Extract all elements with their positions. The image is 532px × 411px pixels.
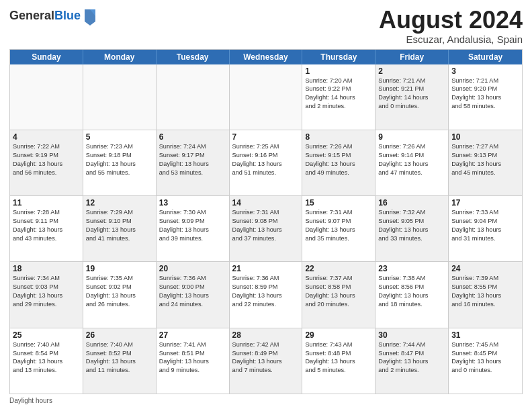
day-number: 3 (451, 66, 519, 76)
cell-info: Sunrise: 7:21 AM Sunset: 9:21 PM Dayligh… (378, 77, 445, 111)
cell-info: Sunrise: 7:26 AM Sunset: 9:14 PM Dayligh… (378, 142, 445, 177)
day-number: 21 (232, 264, 300, 273)
header: GeneralBlue August 2024 Escuzar, Andalus… (9, 7, 523, 45)
cal-cell: 24Sunrise: 7:39 AM Sunset: 8:55 PM Dayli… (449, 262, 522, 327)
cal-cell (157, 64, 230, 130)
cal-row: 4Sunrise: 7:22 AM Sunset: 9:19 PM Daylig… (10, 130, 522, 196)
day-number: 4 (13, 132, 80, 142)
calendar-header-row: SundayMondayTuesdayWednesdayThursdayFrid… (10, 50, 522, 64)
cal-cell: 9Sunrise: 7:26 AM Sunset: 9:14 PM Daylig… (375, 130, 449, 195)
cal-cell: 14Sunrise: 7:31 AM Sunset: 9:08 PM Dayli… (230, 196, 303, 261)
cell-info: Sunrise: 7:36 AM Sunset: 9:00 PM Dayligh… (159, 274, 226, 309)
cell-info: Sunrise: 7:32 AM Sunset: 9:05 PM Dayligh… (378, 208, 445, 243)
cell-info: Sunrise: 7:40 AM Sunset: 8:52 PM Dayligh… (86, 340, 153, 375)
day-number: 31 (451, 330, 519, 340)
day-number: 26 (86, 330, 153, 340)
title-block: August 2024 Escuzar, Andalusia, Spain (379, 7, 523, 45)
cal-cell: 6Sunrise: 7:24 AM Sunset: 9:17 PM Daylig… (157, 130, 230, 195)
day-number: 11 (13, 198, 80, 208)
day-number: 1 (305, 66, 372, 76)
day-number: 12 (86, 198, 153, 208)
cal-cell: 11Sunrise: 7:28 AM Sunset: 9:11 PM Dayli… (10, 196, 83, 261)
cal-cell: 23Sunrise: 7:38 AM Sunset: 8:56 PM Dayli… (375, 262, 449, 327)
cal-cell: 26Sunrise: 7:40 AM Sunset: 8:52 PM Dayli… (83, 328, 157, 394)
cell-info: Sunrise: 7:23 AM Sunset: 9:18 PM Dayligh… (86, 142, 153, 177)
day-number: 8 (305, 132, 372, 142)
cal-header-cell: Thursday (302, 50, 375, 64)
cell-info: Sunrise: 7:36 AM Sunset: 8:59 PM Dayligh… (232, 274, 300, 309)
cell-info: Sunrise: 7:34 AM Sunset: 9:03 PM Dayligh… (13, 274, 80, 309)
cal-cell: 21Sunrise: 7:36 AM Sunset: 8:59 PM Dayli… (230, 262, 303, 327)
cal-cell: 15Sunrise: 7:31 AM Sunset: 9:07 PM Dayli… (302, 196, 375, 261)
cell-info: Sunrise: 7:35 AM Sunset: 9:02 PM Dayligh… (86, 274, 153, 309)
day-number: 10 (451, 132, 519, 142)
cell-info: Sunrise: 7:26 AM Sunset: 9:15 PM Dayligh… (305, 142, 372, 177)
calendar-body: 1Sunrise: 7:20 AM Sunset: 9:22 PM Daylig… (10, 64, 522, 394)
day-number: 28 (232, 330, 300, 340)
cell-info: Sunrise: 7:37 AM Sunset: 8:58 PM Dayligh… (305, 274, 372, 309)
day-number: 7 (232, 132, 300, 142)
cal-cell: 7Sunrise: 7:25 AM Sunset: 9:16 PM Daylig… (230, 130, 303, 195)
day-number: 24 (451, 264, 519, 273)
day-number: 18 (13, 264, 80, 273)
cal-cell: 19Sunrise: 7:35 AM Sunset: 9:02 PM Dayli… (83, 262, 157, 327)
cal-cell: 25Sunrise: 7:40 AM Sunset: 8:54 PM Dayli… (10, 328, 83, 394)
cell-info: Sunrise: 7:33 AM Sunset: 9:04 PM Dayligh… (451, 208, 519, 243)
cal-cell: 16Sunrise: 7:32 AM Sunset: 9:05 PM Dayli… (375, 196, 449, 261)
cell-info: Sunrise: 7:24 AM Sunset: 9:17 PM Dayligh… (159, 142, 226, 177)
cal-row: 1Sunrise: 7:20 AM Sunset: 9:22 PM Daylig… (10, 64, 522, 130)
day-number: 15 (305, 198, 372, 208)
page: GeneralBlue August 2024 Escuzar, Andalus… (0, 0, 532, 411)
cell-info: Sunrise: 7:41 AM Sunset: 8:51 PM Dayligh… (159, 340, 226, 375)
cell-info: Sunrise: 7:27 AM Sunset: 9:13 PM Dayligh… (451, 142, 519, 177)
cell-info: Sunrise: 7:20 AM Sunset: 9:22 PM Dayligh… (305, 77, 372, 111)
cal-row: 11Sunrise: 7:28 AM Sunset: 9:11 PM Dayli… (10, 196, 522, 262)
cell-info: Sunrise: 7:42 AM Sunset: 8:49 PM Dayligh… (232, 340, 300, 375)
day-number: 6 (159, 132, 226, 142)
logo: GeneralBlue (9, 7, 98, 26)
cal-header-cell: Wednesday (230, 50, 303, 64)
day-number: 9 (378, 132, 445, 142)
day-number: 27 (159, 330, 226, 340)
day-number: 5 (86, 132, 153, 142)
day-number: 19 (86, 264, 153, 273)
cal-header-cell: Monday (83, 50, 157, 64)
cal-header-cell: Tuesday (157, 50, 230, 64)
cal-cell: 18Sunrise: 7:34 AM Sunset: 9:03 PM Dayli… (10, 262, 83, 327)
cal-cell (10, 64, 83, 130)
day-number: 29 (305, 330, 372, 340)
cal-row: 25Sunrise: 7:40 AM Sunset: 8:54 PM Dayli… (10, 328, 522, 394)
cal-cell: 13Sunrise: 7:30 AM Sunset: 9:09 PM Dayli… (157, 196, 230, 261)
main-title: August 2024 (379, 7, 523, 34)
cal-cell: 2Sunrise: 7:21 AM Sunset: 9:21 PM Daylig… (375, 64, 449, 130)
cal-cell: 28Sunrise: 7:42 AM Sunset: 8:49 PM Dayli… (230, 328, 303, 394)
cal-header-cell: Friday (375, 50, 449, 64)
day-number: 16 (378, 198, 445, 208)
subtitle: Escuzar, Andalusia, Spain (379, 34, 523, 45)
cell-info: Sunrise: 7:39 AM Sunset: 8:55 PM Dayligh… (451, 274, 519, 309)
cal-row: 18Sunrise: 7:34 AM Sunset: 9:03 PM Dayli… (10, 262, 522, 328)
cell-info: Sunrise: 7:43 AM Sunset: 8:48 PM Dayligh… (305, 340, 372, 375)
cell-info: Sunrise: 7:31 AM Sunset: 9:07 PM Dayligh… (305, 208, 372, 243)
cal-cell: 30Sunrise: 7:44 AM Sunset: 8:47 PM Dayli… (375, 328, 449, 394)
cell-info: Sunrise: 7:30 AM Sunset: 9:09 PM Dayligh… (159, 208, 226, 243)
cal-cell: 4Sunrise: 7:22 AM Sunset: 9:19 PM Daylig… (10, 130, 83, 195)
cell-info: Sunrise: 7:25 AM Sunset: 9:16 PM Dayligh… (232, 142, 300, 177)
day-number: 13 (159, 198, 226, 208)
cell-info: Sunrise: 7:29 AM Sunset: 9:10 PM Dayligh… (86, 208, 153, 243)
footer-note: Daylight hours (9, 397, 523, 404)
cell-info: Sunrise: 7:45 AM Sunset: 8:45 PM Dayligh… (451, 340, 519, 375)
cal-cell: 1Sunrise: 7:20 AM Sunset: 9:22 PM Daylig… (302, 64, 375, 130)
cal-cell: 10Sunrise: 7:27 AM Sunset: 9:13 PM Dayli… (449, 130, 522, 195)
day-number: 2 (378, 66, 445, 76)
cal-cell: 27Sunrise: 7:41 AM Sunset: 8:51 PM Dayli… (157, 328, 230, 394)
day-number: 25 (13, 330, 80, 340)
day-number: 23 (378, 264, 445, 273)
cal-cell: 29Sunrise: 7:43 AM Sunset: 8:48 PM Dayli… (302, 328, 375, 394)
day-number: 17 (451, 198, 519, 208)
cell-info: Sunrise: 7:31 AM Sunset: 9:08 PM Dayligh… (232, 208, 300, 243)
cal-cell: 8Sunrise: 7:26 AM Sunset: 9:15 PM Daylig… (302, 130, 375, 195)
logo-icon (82, 7, 98, 26)
cal-cell: 12Sunrise: 7:29 AM Sunset: 9:10 PM Dayli… (83, 196, 157, 261)
cal-header-cell: Sunday (10, 50, 83, 64)
